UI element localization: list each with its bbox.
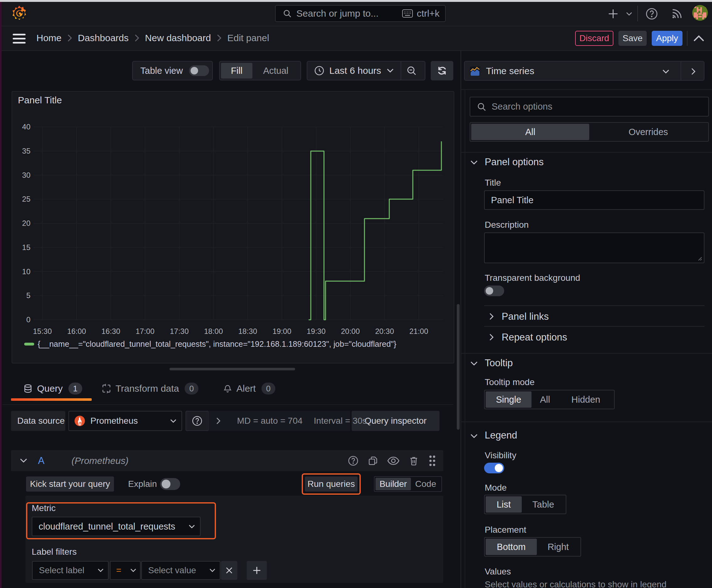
svg-text:40: 40 [22,123,30,131]
svg-text:18:30: 18:30 [238,327,257,335]
svg-text:17:30: 17:30 [170,327,189,335]
svg-text:16:30: 16:30 [102,327,120,335]
svg-text:10: 10 [22,267,30,276]
svg-text:{__name__="cloudflared_tunnel_: {__name__="cloudflared_tunnel_total_requ… [38,339,396,348]
svg-text:30: 30 [22,171,30,180]
svg-text:35: 35 [22,147,30,155]
svg-text:21:00: 21:00 [409,327,428,335]
svg-text:20:00: 20:00 [341,327,360,335]
svg-text:20: 20 [22,219,30,227]
svg-text:5: 5 [26,291,30,300]
svg-text:19:30: 19:30 [307,327,326,335]
svg-text:15:30: 15:30 [33,327,52,335]
svg-text:25: 25 [22,195,30,203]
svg-text:20:30: 20:30 [375,327,394,335]
svg-text:18:00: 18:00 [204,327,223,335]
svg-text:0: 0 [26,315,30,324]
svg-text:19:00: 19:00 [273,327,291,335]
svg-text:17:00: 17:00 [136,327,154,335]
svg-text:15: 15 [22,243,30,252]
svg-text:16:00: 16:00 [67,327,86,335]
